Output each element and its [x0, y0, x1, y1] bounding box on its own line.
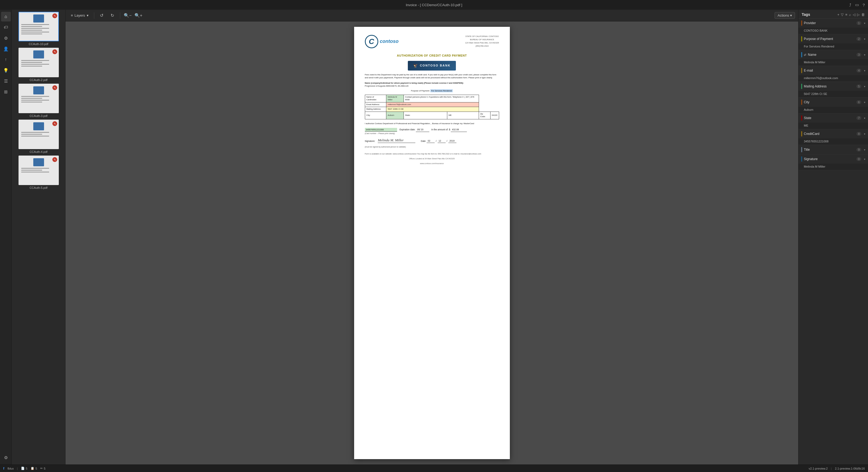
status-app-name: fblux: [7, 467, 14, 470]
tag-header-0[interactable]: Provider1▾: [799, 19, 868, 28]
cc-note: (Card number – Please print clearly): [365, 133, 395, 134]
tags-prev-icon[interactable]: ◁: [853, 12, 856, 16]
tags-delete-icon[interactable]: 🗑: [861, 12, 865, 16]
tag-chevron-5[interactable]: ▾: [864, 101, 865, 104]
sidebar-item-tag[interactable]: 🏷: [1, 23, 11, 32]
email-label-cell: Email Address:: [365, 102, 386, 107]
tag-name-2: Name: [808, 53, 855, 57]
expiry-label: Expiration date:: [400, 128, 415, 131]
tag-item-1: Purpose of Payment2▾For Services Rendere…: [799, 34, 868, 50]
doc-phone: (650)768-2322: [465, 44, 499, 48]
tag-chevron-1[interactable]: ▾: [864, 38, 865, 40]
amount-value: 432.08: [451, 128, 467, 132]
date-section: Date 02 / 12 / 2019: [421, 139, 457, 143]
sidebar-item-list[interactable]: ☰: [1, 76, 11, 86]
thumbnail-item-2[interactable]: ✎ CCAuth-3.pdf: [14, 84, 63, 117]
sidebar-item-search[interactable]: ⚙: [1, 33, 11, 43]
state-header: STATE OF CALIFORNIA: CONTOSO: [465, 35, 499, 38]
build-text: 2.1-preview.1-06d9c16: [835, 467, 865, 470]
tag-color-bar-0: [801, 21, 802, 26]
tag-value-7: 345576551221008: [799, 138, 868, 145]
thumbnail-label-1: CCAuth-2.pdf: [30, 78, 48, 81]
sidebar-item-person[interactable]: 👤: [1, 44, 11, 54]
tag-header-9[interactable]: Signature0▾: [799, 155, 868, 164]
thumbnail-item-3[interactable]: ✎ CCAuth-4.pdf: [14, 120, 63, 154]
doc-header: C contoso STATE OF CALIFORNIA: CONTOSO B…: [365, 35, 499, 48]
tag-item-7: CreditCard8▾345576551221008: [799, 129, 868, 145]
share-icon[interactable]: ⤴: [849, 3, 851, 7]
tag-chevron-8[interactable]: ▾: [864, 148, 865, 151]
tags-add-icon[interactable]: +: [837, 12, 840, 16]
tags-filter-icon[interactable]: ▽: [841, 12, 843, 16]
layers-icon: ≡: [71, 13, 73, 18]
bank-logo: 🦅 CONTOSO BANK: [408, 61, 456, 71]
email-value-cell: millermm76@outlook.com: [386, 102, 479, 107]
undo-button[interactable]: ↺: [97, 11, 106, 20]
tags-header: Tags + ▽ ≡ ⌕ ◁ ▷ 🗑: [799, 10, 868, 19]
layers-chevron-icon: ▾: [87, 13, 89, 18]
help-icon[interactable]: ?: [863, 3, 865, 7]
tag-header-1[interactable]: Purpose of Payment2▾: [799, 34, 868, 43]
sidebar-item-grid[interactable]: ⊞: [1, 87, 11, 97]
tag-count-4: 5: [857, 85, 861, 88]
thumbnail-badge-1: ✎: [52, 49, 57, 54]
tag-header-2[interactable]: ⇄Name3▾: [799, 50, 868, 59]
toolbar: ≡ Layers ▾ ↺ ↻ 🔍− 🔍+ Actions ▾: [65, 10, 798, 22]
doc-purpose: Purpose of Payment: For Services Rendere…: [365, 90, 499, 93]
date-label: Date: [421, 140, 426, 143]
tag-chevron-4[interactable]: ▾: [864, 85, 865, 88]
tag-header-8[interactable]: Title9▾: [799, 145, 868, 154]
thumbnail-item-1[interactable]: ✎ CCAuth-2.pdf: [14, 48, 63, 81]
tag-header-4[interactable]: Mailing Address5▾: [799, 82, 868, 91]
tags-next-icon[interactable]: ▷: [857, 12, 860, 16]
tag-chevron-2[interactable]: ▾: [864, 54, 865, 56]
zoom-in-button[interactable]: 🔍+: [134, 11, 143, 20]
layers-button[interactable]: ≡ Layers ▾: [69, 12, 91, 19]
tag-header-6[interactable]: State7▾: [799, 113, 868, 123]
sidebar-item-bulb[interactable]: 💡: [1, 65, 11, 75]
name-value: Progressive of Augusta 88901NE70, 89-288…: [365, 85, 409, 87]
tag-chevron-9[interactable]: ▾: [864, 158, 865, 161]
tag-chevron-0[interactable]: ▾: [864, 22, 865, 25]
cc-number: 345576551221008: [365, 128, 397, 132]
tag-name-0: Provider: [804, 21, 855, 25]
toolbar-right: Actions ▾: [775, 12, 795, 19]
table-row-mailing: Mailing Address: 5647 228th Ct SE: [365, 107, 499, 112]
tag-header-3[interactable]: E-mail4▾: [799, 66, 868, 75]
tags-list-icon[interactable]: ≡: [845, 12, 847, 16]
tag-value-5: Auburn: [799, 107, 868, 113]
tag-item-0: Provider1▾CONTOSO BANK: [799, 19, 868, 34]
tag-chevron-7[interactable]: ▾: [864, 133, 865, 135]
tag-color-bar-2: [801, 52, 802, 57]
tag-chevron-3[interactable]: ▾: [864, 69, 865, 72]
thumbnail-badge-4: ✎: [52, 157, 57, 162]
actions-button[interactable]: Actions ▾: [775, 12, 795, 19]
thumbnail-badge-0: ✎: [52, 13, 57, 18]
redo-button[interactable]: ↻: [108, 11, 117, 20]
tag-color-bar-7: [801, 131, 802, 136]
tags-title: Tags: [802, 12, 810, 16]
tag-count-3: 4: [857, 69, 861, 72]
thumbnail-item-0[interactable]: ✎ CCAuth-10.pdf: [14, 12, 63, 45]
form-table: Name of Cardholder: Melinda M Miller Con…: [365, 95, 499, 119]
tag-header-5[interactable]: City6▾: [799, 98, 868, 107]
tags-search-icon[interactable]: ⌕: [849, 12, 851, 16]
zoom-out-button[interactable]: 🔍−: [124, 11, 132, 20]
tag-chevron-6[interactable]: ▾: [864, 117, 865, 120]
sig-note: (must be signed by authorized person to …: [365, 146, 499, 148]
status-annotations: ✏ 5: [40, 467, 45, 470]
tag-color-bar-4: [801, 84, 802, 89]
title-bar: Invoice - [ CCDemo/CCAuth-10.pdf ] ⤴ ▭ ?: [0, 0, 868, 10]
doc-viewer[interactable]: C contoso STATE OF CALIFORNIA: CONTOSO B…: [65, 22, 798, 465]
sidebar-item-settings[interactable]: ⚙: [1, 453, 11, 462]
sidebar-item-upload[interactable]: ↑: [1, 55, 11, 64]
tag-value-4: 5647 228th Ct SE: [799, 91, 868, 97]
thumbnail-badge-3: ✎: [52, 121, 57, 126]
tag-name-7: CreditCard: [804, 132, 855, 136]
thumbnail-panel: ✎ CCAuth-10.pdf ✎: [12, 10, 65, 465]
thumbnail-item-4[interactable]: ✎ CCAuth-5.pdf: [14, 156, 63, 189]
tag-name-6: State: [804, 116, 855, 120]
tablet-icon[interactable]: ▭: [855, 2, 859, 7]
tag-header-7[interactable]: CreditCard8▾: [799, 129, 868, 138]
sidebar-item-home[interactable]: ⌂: [1, 12, 11, 22]
